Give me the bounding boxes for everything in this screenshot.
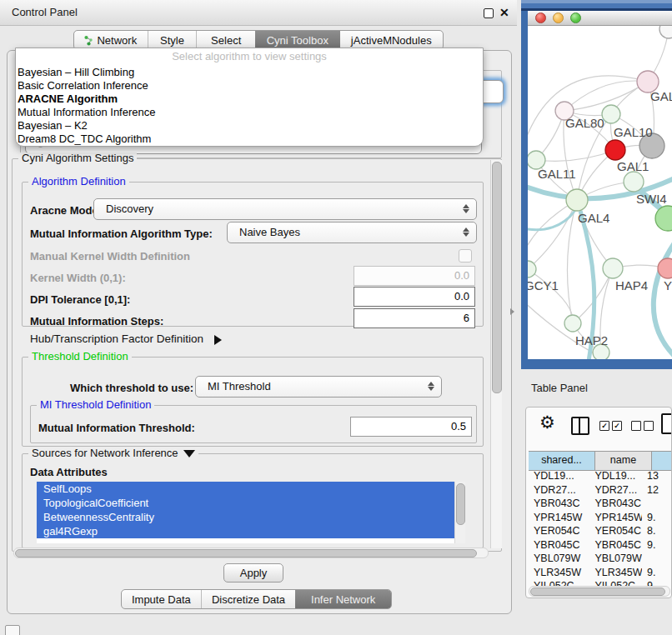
combo-stepper-icon bbox=[463, 202, 470, 215]
tab-cyni-toolbox[interactable]: Cyni Toolbox bbox=[255, 31, 340, 49]
table-row[interactable]: YBR045CYBR045C9. bbox=[529, 538, 672, 552]
algorithm-option-basic-correlation-inference[interactable]: Basic Correlation Inference bbox=[16, 79, 483, 92]
checked-box-icon[interactable]: ✓ bbox=[599, 421, 609, 431]
algorithm-option-bayesian-hill-climbing[interactable]: Bayesian – Hill Climbing bbox=[16, 66, 483, 79]
table-cell: YDR27... bbox=[589, 483, 642, 498]
column-header-name[interactable]: name bbox=[595, 452, 652, 470]
network-window-titlebar[interactable] bbox=[528, 11, 672, 26]
mutual-information-threshold-label: Mutual Information Threshold: bbox=[38, 422, 195, 434]
table-row[interactable]: YDR27...YDR27...12 bbox=[529, 483, 672, 498]
table-panel: ⚙ ✓ ✓ shared...name YDL19...YDL19...13YD… bbox=[525, 407, 672, 598]
float-window-icon[interactable] bbox=[484, 8, 494, 18]
table-cell: YPR145W bbox=[589, 511, 642, 525]
cyni-algorithm-settings-legend: Cyni Algorithm Settings bbox=[18, 152, 137, 164]
mi-steps-field[interactable]: 6 bbox=[354, 308, 475, 328]
table-header-row[interactable]: shared...name bbox=[529, 451, 672, 471]
table-cell: YBL079W bbox=[529, 552, 589, 566]
attribute-item-topologicalcoefficient[interactable]: TopologicalCoefficient bbox=[37, 496, 465, 510]
table-cell: YLR345W bbox=[589, 566, 642, 580]
network-node-y[interactable] bbox=[658, 258, 672, 278]
zoom-window-icon[interactable] bbox=[570, 12, 581, 23]
settings-hscrollbar-thumb[interactable] bbox=[15, 549, 477, 558]
minimize-window-icon[interactable] bbox=[553, 12, 564, 23]
network-node-gal10[interactable] bbox=[602, 105, 620, 123]
attribute-item-selfloops[interactable]: SelfLoops bbox=[37, 482, 465, 496]
table-horizontal-scrollbar[interactable] bbox=[529, 586, 670, 597]
table-cell bbox=[642, 497, 672, 511]
data-attributes-label: Data Attributes bbox=[30, 466, 108, 478]
tab-label: Discretize Data bbox=[212, 593, 285, 606]
attributes-vertical-scrollbar[interactable] bbox=[454, 482, 465, 543]
close-icon[interactable]: ✕ bbox=[499, 3, 509, 22]
table-row[interactable]: YBL079WYBL079W bbox=[529, 552, 672, 566]
table-cell: YER054C bbox=[529, 524, 589, 538]
network-node-hap2[interactable] bbox=[564, 315, 581, 332]
network-node-gal4[interactable] bbox=[566, 189, 588, 211]
gear-icon[interactable]: ⚙ bbox=[539, 412, 555, 432]
bottom-tab-impute-data[interactable]: Impute Data bbox=[122, 590, 201, 608]
which-threshold-combobox[interactable]: MI Threshold bbox=[195, 376, 442, 398]
node-label: GAL10 bbox=[614, 125, 653, 139]
data-attributes-list[interactable]: SelfLoopsTopologicalCoefficientBetweenne… bbox=[37, 482, 465, 543]
column-header-shared-[interactable]: shared... bbox=[529, 452, 595, 470]
table-row[interactable]: YPR145WYPR145W9. bbox=[529, 511, 672, 525]
bottom-tab-discretize-data[interactable]: Discretize Data bbox=[201, 590, 296, 608]
table-cell: YDL19... bbox=[529, 469, 589, 483]
apply-button[interactable]: Apply bbox=[223, 563, 283, 582]
attributes-scrollbar-thumb[interactable] bbox=[456, 483, 465, 525]
algorithm-option-aracne-algorithm[interactable]: ARACNE Algorithm bbox=[16, 92, 483, 106]
network-node-hap4[interactable] bbox=[603, 258, 623, 278]
divider-handle-icon[interactable] bbox=[510, 308, 514, 315]
network-node-gal1[interactable] bbox=[605, 140, 625, 160]
split-columns-icon[interactable] bbox=[571, 417, 589, 435]
table-body[interactable]: YDL19...YDL19...13YDR27...YDR27...12YBR0… bbox=[529, 469, 672, 586]
column-header-2[interactable] bbox=[652, 452, 672, 470]
network-node-swi4[interactable] bbox=[624, 172, 644, 192]
table-cell: YER054C bbox=[589, 524, 642, 538]
mi-algorithm-type-combobox[interactable]: Naive Bayes bbox=[227, 222, 477, 243]
table-row[interactable]: YLR345WYLR345W9. bbox=[529, 566, 672, 580]
manual-kernel-width-checkbox[interactable] bbox=[459, 249, 472, 262]
dpi-tolerance-field[interactable]: 0.0 bbox=[354, 287, 475, 307]
close-window-icon[interactable] bbox=[535, 12, 546, 23]
table-row[interactable]: YDL19...YDL19...13 bbox=[529, 469, 672, 483]
bottom-tab-infer-network[interactable]: Infer Network bbox=[295, 590, 391, 608]
table-cell: YIL052C bbox=[589, 579, 642, 586]
tab-style[interactable]: Style bbox=[148, 31, 197, 49]
table-row[interactable]: YBR043CYBR043C bbox=[529, 497, 672, 511]
table-hscrollbar-thumb[interactable] bbox=[530, 588, 665, 596]
kernel-width-field[interactable]: 0.0 bbox=[354, 266, 475, 286]
algorithm-option-dream8-dc-tdc-algorithm[interactable]: Dream8 DC_TDC Algorithm bbox=[16, 132, 483, 146]
algorithm-option-mutual-information-inference[interactable]: Mutual Information Inference bbox=[16, 106, 483, 119]
settings-vertical-scrollbar[interactable] bbox=[490, 160, 502, 548]
algorithm-option-bayesian-k2[interactable]: Bayesian – K2 bbox=[16, 119, 483, 132]
aracne-mode-combobox[interactable]: Discovery bbox=[93, 198, 477, 220]
tab-jactivemnodules[interactable]: jActiveMNodules bbox=[340, 31, 443, 49]
network-node[interactable] bbox=[659, 26, 672, 38]
mutual-information-threshold-field[interactable]: 0.5 bbox=[350, 417, 472, 437]
checked-box-icon[interactable]: ✓ bbox=[612, 421, 622, 431]
hub-definition-expander[interactable]: Hub/Transcription Factor Definition bbox=[30, 332, 222, 345]
table-cell: YBL079W bbox=[589, 552, 642, 566]
settings-scrollbar-thumb[interactable] bbox=[492, 162, 502, 393]
tab-select[interactable]: Select bbox=[196, 31, 255, 49]
network-edge-highlighted bbox=[528, 210, 575, 230]
network-canvas[interactable]: GALGAL80GAL10GAL1GAL11SWI4GAL4GCY1HAP4YH… bbox=[528, 26, 672, 359]
control-panel-titlebar: Control Panel ✕ bbox=[0, 0, 517, 26]
table-row[interactable]: YIL052CYIL052C9. bbox=[529, 579, 672, 586]
document-icon[interactable] bbox=[661, 413, 672, 434]
sources-legend-label: Sources for Network Inference bbox=[32, 447, 178, 459]
collapse-down-icon bbox=[183, 450, 195, 458]
network-icon bbox=[84, 35, 93, 46]
settings-horizontal-scrollbar[interactable] bbox=[13, 548, 489, 558]
attribute-item-betweennesscentrality[interactable]: BetweennessCentrality bbox=[37, 510, 465, 524]
minimized-panel-icon[interactable] bbox=[5, 625, 20, 635]
unchecked-box-icon[interactable] bbox=[631, 421, 641, 431]
unchecked-box-icon[interactable] bbox=[644, 421, 654, 431]
tab-network[interactable]: Network bbox=[74, 31, 148, 49]
network-edge-highlighted bbox=[654, 236, 672, 359]
bottom-tabbar: Impute DataDiscretize DataInfer Network bbox=[121, 589, 392, 609]
attribute-item-gal4rgexp[interactable]: gal4RGexp bbox=[37, 524, 465, 538]
table-row[interactable]: YER054CYER054C8. bbox=[529, 524, 672, 538]
tab-label: Impute Data bbox=[132, 593, 191, 606]
